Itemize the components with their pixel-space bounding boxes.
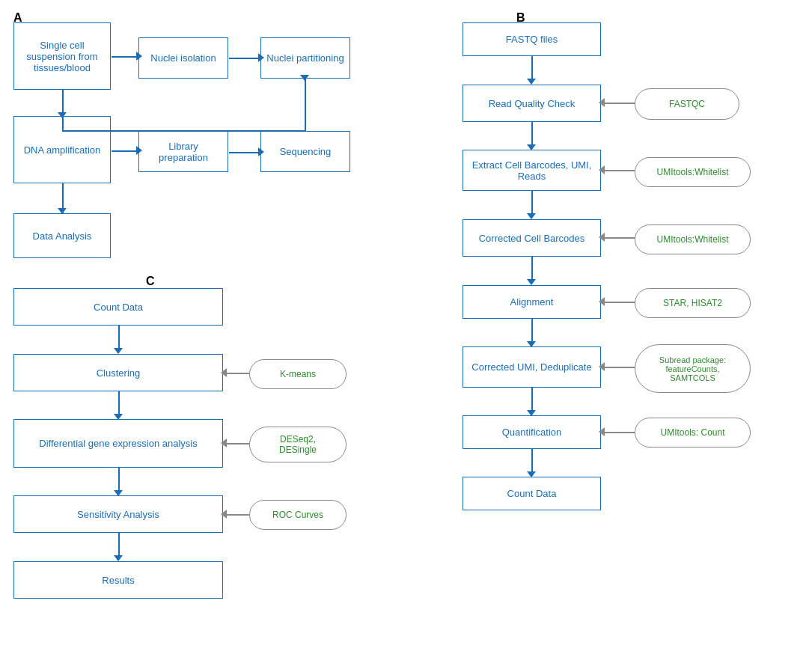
box-corrected-barcodes: Corrected Cell Barcodes (463, 219, 601, 257)
box-c-count-data: Count Data (13, 288, 223, 326)
box-quantification: Quantification (463, 415, 601, 449)
box-sensitivity-analysis: Sensitivity Analysis (13, 495, 223, 533)
arrowhead-1-2 (136, 52, 142, 61)
box-data-analysis: Data Analysis (13, 213, 111, 258)
box-clustering: Clustering (13, 354, 223, 391)
box-alignment: Alignment (463, 285, 601, 319)
arrowhead-star (599, 297, 605, 306)
arrowhead-umicount (599, 427, 605, 436)
arrowhead-5-6 (258, 147, 264, 156)
arrowhead-umitools1 (599, 165, 605, 174)
tool-umitools2: UMItools:Whitelist (635, 224, 751, 254)
arrow-row1-row2-v (305, 79, 306, 131)
label-C: C (146, 275, 155, 288)
tool-kmeans: K-means (249, 359, 347, 389)
arrow-1-2 (112, 56, 138, 58)
arrowhead-deseq2 (221, 439, 227, 448)
box-read-quality-check: Read Quality Check (463, 85, 601, 122)
arrow-2-3 (229, 58, 260, 59)
connector-star (601, 302, 635, 303)
arrowhead-row2-row3 (58, 208, 67, 214)
box-nuclei-isolation: Nuclei isolation (138, 37, 228, 79)
tool-deseq2: DESeq2, DESingle (249, 427, 347, 462)
tool-star: STAR, HISAT2 (635, 288, 751, 318)
box-results: Results (13, 561, 223, 599)
connector-umitools1 (601, 170, 635, 171)
arrow-row1-row2-h (62, 130, 305, 132)
connector-subread (601, 367, 635, 368)
arrowhead-row1-down (300, 75, 309, 81)
arrowhead-subread (599, 362, 605, 371)
connector-roc (223, 514, 249, 516)
box-extract-barcodes: Extract Cell Barcodes, UMI, Reads (463, 150, 601, 191)
arrowhead-c4-c5 (114, 555, 123, 561)
tool-umicount: UMItools: Count (635, 418, 751, 448)
arrowhead-fastqc (599, 98, 605, 107)
connector-umitools2 (601, 237, 635, 239)
arrowhead-umitools2 (599, 233, 605, 242)
box-sequencing: Sequencing (260, 131, 350, 172)
connector-kmeans (223, 373, 249, 374)
arrow-down-row2 (62, 90, 64, 131)
arrow-5-6 (229, 152, 260, 153)
tool-subread: Subread package: featureCounts, SAMTCOLS (635, 344, 751, 393)
arrowhead-b4-b5 (527, 279, 536, 285)
tool-fastqc: FASTQC (635, 88, 739, 120)
tool-umitools1: UMItools:Whitelist (635, 157, 751, 187)
connector-umicount (601, 432, 635, 433)
box-fastq-files: FASTQ files (463, 22, 601, 56)
arrowhead-b3-b4 (527, 213, 536, 219)
box-single-cell: Single cell suspension from tissues/bloo… (13, 22, 111, 90)
connector-deseq2 (223, 443, 249, 445)
arrowhead-roc (221, 510, 227, 519)
arrowhead-b1-b2 (527, 79, 536, 85)
tool-roc: ROC Curves (249, 500, 347, 530)
arrowhead-down-row2 (58, 112, 67, 118)
box-nuclei-partitioning: Nuclei partitioning (260, 37, 350, 79)
diagram-container: A Single cell suspension from tissues/bl… (0, 0, 812, 672)
arrowhead-2-3 (258, 53, 264, 62)
arrowhead-c1-c2 (114, 348, 123, 354)
box-library-preparation: Library preparation (138, 131, 228, 172)
connector-fastqc (601, 103, 635, 104)
arrow-4-5 (112, 150, 138, 152)
arrowhead-4-5 (136, 146, 142, 155)
box-diff-gene-expr: Differential gene expression analysis (13, 419, 223, 468)
box-corrected-umi: Corrected UMI, Deduplicate (463, 346, 601, 388)
box-b-count-data: Count Data (463, 477, 601, 510)
arrowhead-kmeans (221, 368, 227, 377)
